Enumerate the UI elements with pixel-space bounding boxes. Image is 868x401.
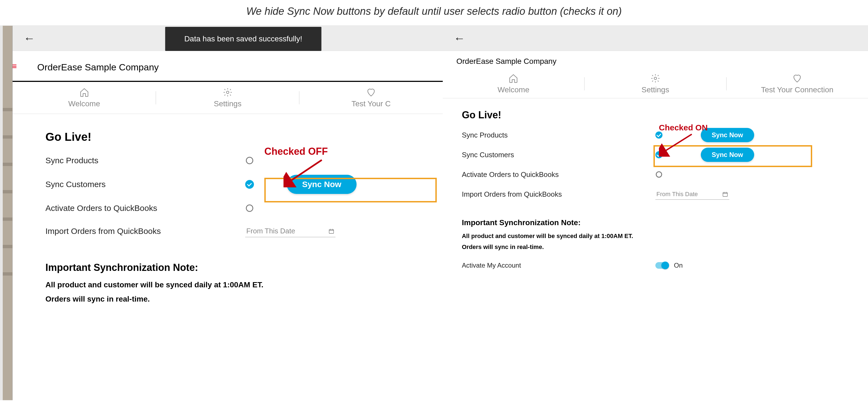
tab-welcome[interactable]: Welcome [12, 87, 156, 108]
tab-welcome-label: Welcome [68, 99, 100, 108]
sync-customers-sync-now-button-r[interactable]: Sync Now [701, 148, 754, 162]
sync-products-label-r: Sync Products [462, 131, 655, 139]
sync-note-line1-r: All product and customer will be synced … [462, 233, 849, 240]
activate-orders-radio[interactable] [245, 204, 254, 212]
heartbeat-icon [792, 74, 802, 83]
home-icon [80, 87, 89, 97]
tab-welcome-right[interactable]: Welcome [443, 74, 584, 94]
back-button[interactable]: ← [24, 32, 35, 45]
svg-point-0 [226, 91, 229, 94]
sync-customers-label-r: Sync Customers [462, 151, 655, 159]
sync-customers-radio[interactable] [245, 180, 254, 189]
tab-settings-label-r: Settings [642, 85, 669, 94]
activate-account-state: On [674, 262, 683, 269]
tab-settings-label: Settings [214, 99, 241, 108]
activate-account-label: Activate My Account [462, 262, 655, 269]
svg-rect-3 [329, 229, 334, 233]
svg-point-6 [656, 172, 662, 177]
company-title: OrderEase Sample Company [12, 51, 443, 82]
svg-rect-7 [723, 192, 727, 196]
toast-saved: Data has been saved successfully! [165, 27, 321, 51]
tab-test-connection[interactable]: Test Your C [299, 87, 442, 108]
tab-settings[interactable]: Settings [156, 87, 299, 108]
gear-icon [223, 87, 232, 97]
activate-orders-label: Activate Orders to QuickBooks [45, 203, 245, 213]
sync-customers-sync-now-button[interactable]: Sync Now [287, 175, 356, 194]
sync-products-radio-on[interactable] [655, 132, 662, 139]
sync-note-heading: Important Synchronization Note: [45, 262, 415, 274]
app-bar: ← Data has been saved successfully! [12, 26, 443, 51]
golive-heading-r: Go Live! [462, 109, 849, 121]
sync-products-radio[interactable] [245, 156, 254, 165]
document-rail [3, 26, 12, 400]
tab-test-label: Test Your C [351, 99, 391, 108]
app-bar-right: ← [443, 26, 868, 51]
import-orders-label-r: Import Orders from QuickBooks [462, 190, 655, 199]
sync-products-label: Sync Products [45, 156, 245, 165]
gear-icon [650, 74, 660, 83]
menu-icon[interactable]: ≡ [12, 65, 17, 68]
date-placeholder-r: From This Date [656, 191, 698, 198]
heartbeat-icon [366, 87, 376, 97]
calendar-icon [329, 228, 334, 234]
date-placeholder: From This Date [246, 227, 295, 235]
page-caption: We hide Sync Now buttons by default unti… [0, 0, 868, 26]
tab-test-connection-right[interactable]: Test Your Connection [726, 74, 868, 94]
calendar-icon [722, 191, 728, 197]
home-icon [508, 74, 518, 83]
golive-heading: Go Live! [45, 131, 415, 144]
panel-checked-off: ≡ ← Data has been saved successfully! Or… [0, 26, 443, 400]
sync-note-line1: All product and customer will be synced … [45, 281, 415, 289]
sync-note-line2-r: Orders will sync in real-time. [462, 244, 849, 251]
sync-note-heading-r: Important Synchronization Note: [462, 218, 849, 227]
import-orders-date-input-r[interactable]: From This Date [655, 189, 729, 200]
sync-customers-radio-r[interactable] [655, 151, 662, 158]
tab-settings-right[interactable]: Settings [585, 74, 726, 94]
tab-welcome-label-r: Welcome [497, 85, 529, 94]
sync-products-sync-now-button[interactable]: Sync Now [701, 128, 754, 142]
panel-checked-on: ← OrderEase Sample Company Welcome Setti… [443, 26, 868, 400]
sync-customers-label: Sync Customers [45, 180, 245, 189]
company-title-right: OrderEase Sample Company [443, 51, 868, 69]
sync-note-line2: Orders will sync in real-time. [45, 295, 415, 304]
tab-test-label-r: Test Your Connection [761, 85, 834, 94]
svg-point-1 [246, 157, 253, 164]
svg-point-5 [654, 77, 656, 80]
import-orders-date-input[interactable]: From This Date [245, 225, 336, 237]
activate-account-toggle[interactable] [655, 262, 669, 269]
activate-orders-label-r: Activate Orders to QuickBooks [462, 170, 655, 179]
svg-point-2 [246, 205, 253, 211]
tab-bar-right: Welcome Settings Test Your Connection [443, 69, 868, 98]
import-orders-label: Import Orders from QuickBooks [45, 227, 245, 236]
tab-bar: Welcome Settings Test Your C [12, 82, 443, 114]
back-button-right[interactable]: ← [454, 32, 465, 45]
activate-orders-radio-r[interactable] [655, 171, 662, 178]
